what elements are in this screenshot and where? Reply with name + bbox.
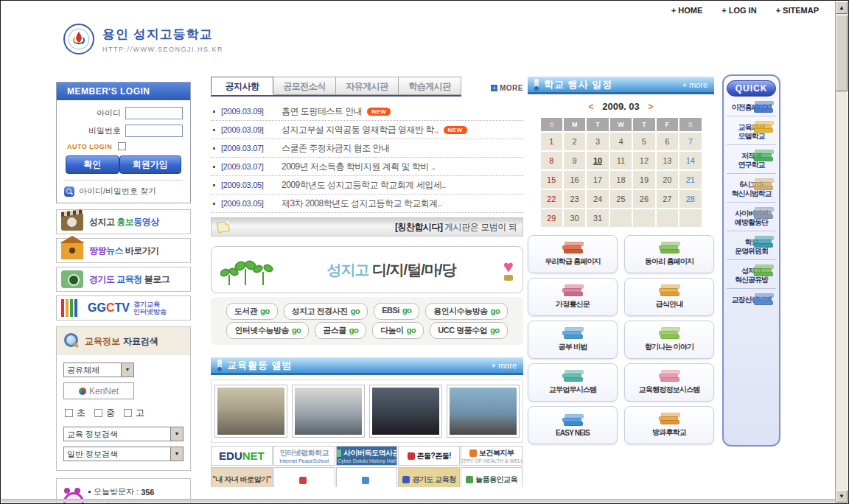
auditorium-photo[interactable] — [370, 385, 441, 437]
yongin-edu-banner[interactable]: 늘품용인교육 — [461, 467, 523, 487]
calendar-day-19[interactable]: 19 — [633, 171, 654, 189]
notice-row[interactable]: [2009.03.07]2009년 저소득층 학비지원 계획 및 학비 .. — [211, 158, 523, 176]
calendar-day-31[interactable]: 31 — [587, 209, 608, 227]
gyeonggi-office-banner[interactable]: 경기도 교육청 — [398, 467, 460, 487]
shortcut-동아리 홈페이지[interactable]: 동아리 홈페이지 — [624, 235, 714, 273]
shortcut-공부 비법[interactable]: 공부 비법 — [528, 321, 618, 359]
share-system-select[interactable]: 공유체제▼ — [63, 363, 134, 377]
go-link-다높이[interactable]: 다높이go — [372, 322, 424, 339]
go-link-EBSi[interactable]: EBSigo — [374, 303, 419, 320]
quick-item-사이버범죄-예방활동단[interactable]: 사이버범죄 예방활동단 — [727, 202, 776, 231]
shortcut-방과후학교[interactable]: 방과후학교 — [624, 406, 714, 444]
quick-item-교장선생님께[interactable]: 교장선생님께 — [727, 288, 776, 308]
tab-3[interactable]: 학습게시판 — [399, 77, 461, 95]
banner-unlabeled-2[interactable] — [336, 467, 398, 487]
school-yard-photo[interactable] — [215, 385, 287, 437]
page-scrollbar[interactable]: ▲ ▼ — [835, 1, 848, 503]
quick-item-6시그마-혁신시범학교[interactable]: 6시그마 혁신시범학교 — [727, 173, 776, 202]
kerinet-button[interactable]: KeriNet — [63, 382, 134, 399]
shortcut-급식안내[interactable]: 급식안내 — [624, 278, 714, 316]
ggtv-banner[interactable]: GGCTV경기교육 인터넷방송 — [56, 295, 191, 321]
checkbox-고[interactable] — [124, 409, 132, 417]
calendar-day-18[interactable]: 18 — [610, 171, 632, 189]
calendar-day-16[interactable]: 16 — [564, 171, 585, 189]
checkbox-초[interactable] — [65, 409, 73, 417]
calendar-day-24[interactable]: 24 — [587, 190, 608, 208]
calendar-day-28[interactable]: 28 — [679, 190, 701, 208]
edunet-banner[interactable]: EDUNET — [211, 446, 273, 466]
prev-month-button[interactable]: < — [589, 102, 594, 112]
go-link-인터넷수능방송[interactable]: 인터넷수능방송go — [226, 322, 309, 339]
banner-unlabeled-1[interactable] — [273, 467, 335, 487]
calendar-day-15[interactable]: 15 — [541, 171, 562, 189]
notice-row[interactable]: [2009.03.09]흡연 도핑테스트 안내NEW — [211, 102, 523, 121]
school-logo[interactable]: 용인 성지고등학교 HTTP://WWW.SEONGJI.HS.KR — [63, 23, 223, 55]
know-your-child-banner[interactable]: "내 자녀 바로알기" — [211, 467, 273, 487]
calendar-day-13[interactable]: 13 — [657, 152, 678, 169]
calendar-day-9[interactable]: 9 — [564, 152, 585, 169]
calendar-day-6[interactable]: 6 — [657, 133, 678, 150]
calendar-day-23[interactable]: 23 — [564, 190, 585, 208]
calendar-day-5[interactable]: 5 — [633, 133, 654, 150]
jjang-news-banner[interactable]: 짱짱뉴스 바로가기 — [56, 238, 191, 263]
quick-item-성지고-혁신공유방[interactable]: 성지고 혁신공유방 — [727, 259, 776, 288]
notice-row[interactable]: [2009.03.09]성지고부설 지역공동 영재학급 영재반 학..NEW — [211, 121, 523, 139]
scroll-down-button[interactable]: ▼ — [836, 490, 848, 503]
calendar-day-3[interactable]: 3 — [587, 133, 608, 150]
calendar-day-1[interactable]: 1 — [541, 133, 562, 150]
chevron-down-icon[interactable]: ▼ — [170, 427, 183, 441]
album-more-button[interactable]: + more — [491, 361, 517, 370]
tab-2[interactable]: 자유게시판 — [336, 77, 399, 95]
quick-item-교육과정-모델학교[interactable]: 교육과정 모델학교 — [727, 116, 776, 144]
calendar-day-10[interactable]: 10 — [587, 152, 608, 169]
chevron-down-icon[interactable]: ▼ — [121, 363, 133, 377]
shortcut-교육행정정보시스템[interactable]: 교육행정정보시스템 — [624, 363, 714, 402]
calendar-day-20[interactable]: 20 — [657, 171, 678, 189]
notice-row[interactable]: [2009.03.05]2009학년도 성지고등학교 학교회계 세입세.. — [211, 176, 523, 195]
calendar-day-25[interactable]: 25 — [610, 190, 632, 208]
shortcut-EASY NEIS[interactable]: EASY NEIS — [528, 406, 618, 444]
calendar-day-7[interactable]: 7 — [679, 133, 701, 150]
calendar-day-27[interactable]: 27 — [657, 190, 678, 208]
id-input[interactable] — [125, 107, 183, 119]
login-confirm-button[interactable]: 확인 — [66, 155, 119, 174]
calendar-day-22[interactable]: 22 — [541, 190, 562, 208]
calendar-more-button[interactable]: + more — [682, 80, 708, 89]
digital-madang-banner[interactable]: 성지고 디/지/털/마/당 ♥ — [211, 246, 523, 293]
header-link-1[interactable]: + LOG IN — [722, 6, 756, 15]
board-more-button[interactable]: + MORE — [491, 84, 523, 92]
calendar-day-8[interactable]: 8 — [541, 152, 562, 169]
meeting-room-photo[interactable] — [293, 385, 364, 437]
quick-item-저작권-연구학교[interactable]: 저작권 연구학교 — [727, 144, 776, 173]
shortcut-향기나는 이야기[interactable]: 향기나는 이야기 — [624, 321, 714, 359]
scroll-up-button[interactable]: ▲ — [836, 1, 848, 14]
seongji-promo-video-banner[interactable]: 성지고 홍보동영상 — [56, 209, 191, 234]
tab-1[interactable]: 공모전소식 — [273, 77, 336, 95]
gyeonggi-edu-blog-banner[interactable]: 경기도 교육청 블로그 — [56, 267, 191, 292]
edu-info-search-select[interactable]: 교육 정보검색▼ — [63, 427, 184, 441]
calendar-day-12[interactable]: 12 — [633, 152, 654, 169]
quick-item-이전홈페이지[interactable]: 이전홈페이지 — [727, 97, 776, 116]
notice-row[interactable]: [2009.03.05]제3차 2008학년도 성지고등학교 학교회계.. — [211, 195, 523, 213]
header-link-2[interactable]: + SITEMAP — [776, 6, 819, 15]
calendar-day-11[interactable]: 11 — [610, 152, 632, 169]
praise-rolling-banner[interactable]: [칭찬합시다] 게시판은 모범이 되 — [211, 217, 523, 237]
go-link-성지고 전경사진[interactable]: 성지고 전경사진go — [284, 303, 368, 320]
jondul-banner[interactable]: 존둘?존둘! — [398, 446, 460, 466]
calendar-day-2[interactable]: 2 — [564, 133, 585, 150]
shortcut-우리학급 홈페이지[interactable]: 우리학급 홈페이지 — [528, 235, 618, 273]
classroom-photo[interactable] — [447, 385, 519, 437]
calendar-day-29[interactable]: 29 — [541, 209, 562, 227]
chevron-down-icon[interactable]: ▼ — [170, 447, 183, 461]
auto-login-checkbox[interactable] — [118, 142, 126, 150]
password-input[interactable] — [125, 125, 183, 137]
shortcut-가정통신문[interactable]: 가정통신문 — [528, 278, 618, 316]
find-id-password-link[interactable]: 아이디/비밀번호 찾기 — [79, 186, 156, 197]
header-link-0[interactable]: + HOME — [671, 6, 702, 15]
next-month-button[interactable]: > — [648, 102, 653, 112]
scrollbar-thumb[interactable] — [836, 15, 848, 91]
go-link-용인시수능방송[interactable]: 용인시수능방송go — [425, 303, 508, 320]
calendar-day-21[interactable]: 21 — [679, 171, 701, 189]
go-link-도서관[interactable]: 도서관go — [226, 303, 278, 320]
shortcut-교무업무시스템[interactable]: 교무업무시스템 — [528, 363, 618, 402]
